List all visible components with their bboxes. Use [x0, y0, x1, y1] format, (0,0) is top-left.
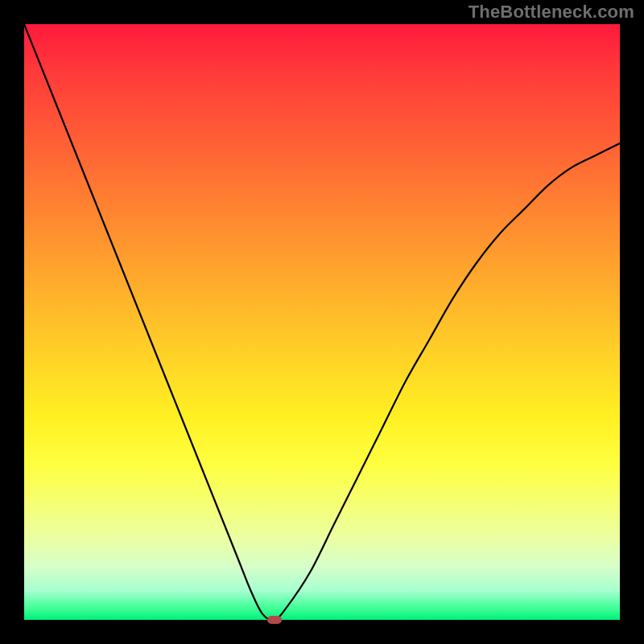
plot-area — [24, 24, 620, 620]
watermark-text: TheBottleneck.com — [469, 2, 634, 23]
optimum-marker — [267, 616, 282, 624]
chart-frame: TheBottleneck.com — [0, 0, 644, 644]
bottleneck-curve — [24, 24, 620, 620]
